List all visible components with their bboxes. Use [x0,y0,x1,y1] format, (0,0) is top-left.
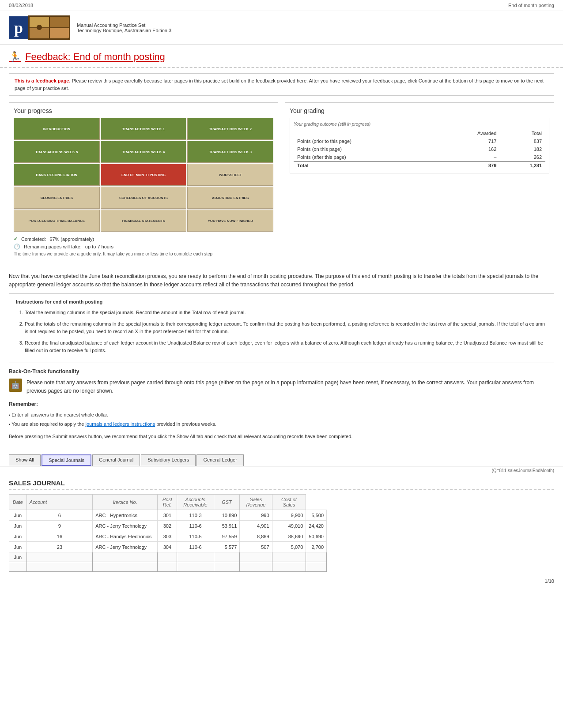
journal-input-row-2[interactable] [9,562,327,572]
page-title-section: 🏃 Feedback: End of month posting [0,45,563,68]
puzzle-cell-closing: CLOSING ENTRIES [14,187,100,209]
input-invoice-1[interactable] [158,552,177,562]
row1-salesrev: 9,900 [272,510,306,521]
grading-row-after: Points (after this page) – 262 [294,153,545,161]
input-cos-2[interactable] [306,562,327,572]
tabs-section: Show All Special Journals General Journa… [0,454,563,466]
th-post-ref: Post Ref. [158,495,177,510]
tab-general-journal[interactable]: General Journal [92,454,140,466]
sales-journal-table: Date Account Invoice No. Post Ref. Accou… [9,494,327,572]
row4-account: ARC - Jerry Technology [93,542,158,552]
grading-table: Awarded Total Points (prior to this page… [294,129,545,169]
input-postref-2[interactable] [177,562,214,572]
th-account: Account [26,495,93,510]
row4-ar: 5,577 [214,542,240,552]
input-ar-1[interactable] [214,552,240,562]
tab-show-all[interactable]: Show All [9,454,41,466]
row1-ar: 10,890 [214,510,240,521]
input-day-1[interactable] [26,552,93,562]
tab-general-ledger[interactable]: General Ledger [196,454,243,466]
journal-row-1: Jun 6 ARC - Hypertronics 301 110-3 10,89… [9,510,327,521]
puzzle-cell-eom: END OF MONTH POSTING [101,164,187,186]
journal-input-row-1[interactable]: Jun [9,552,327,562]
progress-grading-section: Your progress INTRODUCTION TRANSACTIONS … [9,102,554,261]
back-on-track-text: Please note that any answers from previo… [26,379,554,395]
input-gst-2[interactable] [240,562,272,572]
title-icon: 🏃 [9,51,21,63]
grading-row-prior: Points (prior to this page) 717 837 [294,137,545,145]
instructions-title: Instructions for end of month posting [16,298,547,306]
tab-subsidiary-ledgers[interactable]: Subsidiary Ledgers [141,454,196,466]
puzzle-cell-adjusting: ADJUSTING ENTRIES [187,187,273,209]
remember-item-1: Enter all answers to the nearest whole d… [9,411,554,419]
input-account-1[interactable] [93,552,158,562]
checkmark-icon: ✔ [14,236,18,242]
logo-combined: p [9,15,70,40]
input-ar-2[interactable] [214,562,240,572]
row1-day: 6 [26,510,93,521]
th-invoice: Invoice No. [93,495,158,510]
row2-cos: 24,420 [306,521,327,531]
input-month-2[interactable] [9,562,27,572]
puzzle-cell-tw2: TRANSACTIONS WEEK 2 [187,118,273,140]
logo-letter: p [9,16,28,39]
journal-header-row: Date Account Invoice No. Post Ref. Accou… [9,495,327,510]
th-date: Date [9,495,27,510]
instruction-2: Post the totals of the remaining columns… [25,320,547,336]
row1-month: Jun [9,510,27,521]
top-bar: 08/02/2018 End of month posting [0,0,563,11]
row3-ar: 97,559 [214,531,240,542]
main-content: Now that you have completed the June ban… [0,268,563,448]
header-subtitle2: Technology Boutique, Australasian Editio… [77,28,171,33]
time-note: The time frames we provide are a guide o… [14,251,273,256]
puzzle-cell-finished: YOU HAVE NOW FINISHED [187,210,273,232]
puzzle-cell-pctb: POST-CLOSING TRIAL BALANCE [14,210,100,232]
input-day-2[interactable] [26,562,93,572]
remaining-value: up to 7 hours [85,244,113,249]
page-title: 🏃 Feedback: End of month posting [9,51,554,63]
instructions-box: Instructions for end of month posting To… [9,293,554,363]
col-total: Total [500,129,545,137]
journals-link[interactable]: journals and ledgers instructions [85,421,155,427]
progress-box: Your progress INTRODUCTION TRANSACTIONS … [9,102,278,261]
grading-awarded-prior: 717 [438,137,500,145]
row2-invoice: 302 [158,521,177,531]
row3-postref: 110-5 [177,531,214,542]
input-gst-1[interactable] [240,552,272,562]
th-sales-rev: Sales Revenue [240,495,272,510]
instruction-1: Total the remaining columns in the speci… [25,309,547,317]
input-cos-1[interactable] [306,552,327,562]
remember-box: Remember: Enter all answers to the neare… [9,400,554,428]
input-salesrev-1[interactable] [272,552,306,562]
grading-awarded-on: 162 [438,145,500,153]
row3-gst: 8,869 [240,531,272,542]
back-on-track-title: Back-On-Track functionality [9,368,554,376]
tab-special-journals[interactable]: Special Journals [42,454,91,466]
journal-row-2: Jun 9 ARC - Jerry Technology 302 110-6 5… [9,521,327,531]
top-bar-title: End of month posting [508,3,554,8]
feedback-notice: This is a feedback page. Please review t… [9,73,554,96]
tabs-row: Show All Special Journals General Journa… [0,454,563,466]
grading-box: Your grading Your grading outcome (still… [285,102,554,261]
row1-postref: 110-3 [177,510,214,521]
remember-list: Enter all answers to the nearest whole d… [9,411,554,428]
header-subtitle1: Manual Accounting Practice Set [77,23,171,28]
input-postref-1[interactable] [177,552,214,562]
row2-month: Jun [9,521,27,531]
grading-row-on: Points (on this page) 162 182 [294,145,545,153]
back-on-track-section: Back-On-Track functionality 🤖 Please not… [9,368,554,396]
row3-month: Jun [9,531,27,542]
puzzle-cell-tw5: TRANSACTIONS WEEK 5 [14,141,100,163]
grading-label-on: Points (on this page) [294,145,438,153]
completed-label: Completed: [21,236,46,242]
header: p Manual Accounting Practice Set Technol… [0,11,563,45]
grading-label-total: Total [294,161,438,170]
input-account-2[interactable] [93,562,158,572]
input-invoice-2[interactable] [158,562,177,572]
remaining-row: 🕐 Remaining pages will take: up to 7 hou… [14,244,273,250]
input-salesrev-2[interactable] [272,562,306,572]
page-num-text: 1/10 [545,578,554,584]
row4-month: Jun [9,542,27,552]
puzzle-cell-tw4: TRANSACTIONS WEEK 4 [101,141,187,163]
grading-awarded-total: 879 [438,161,500,170]
